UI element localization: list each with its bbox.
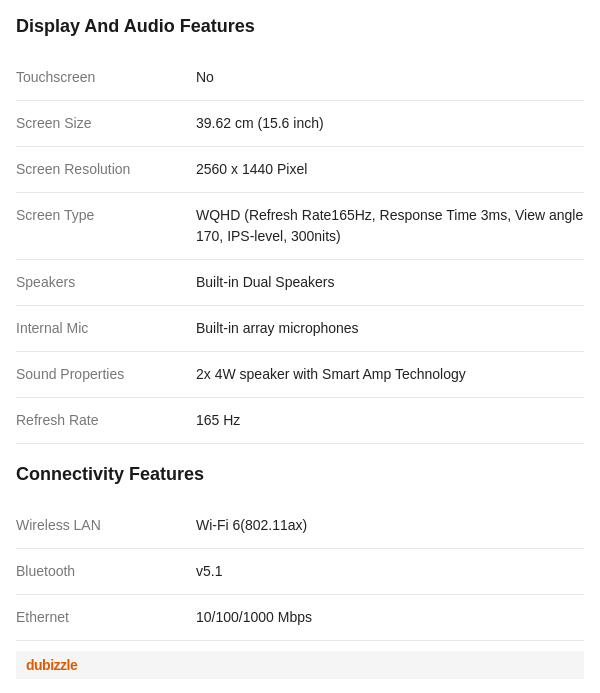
section-title-display-audio: Display And Audio Features bbox=[16, 16, 584, 43]
spec-table-connectivity: Wireless LANWi-Fi 6(802.11ax)Bluetoothv5… bbox=[16, 503, 584, 641]
watermark-bar: dubizzle bbox=[16, 651, 584, 679]
spec-value: Wi-Fi 6(802.11ax) bbox=[196, 515, 584, 536]
spec-row: Refresh Rate165 Hz bbox=[16, 398, 584, 444]
spec-label: Refresh Rate bbox=[16, 410, 196, 431]
spec-row: Sound Properties2x 4W speaker with Smart… bbox=[16, 352, 584, 398]
spec-label: Internal Mic bbox=[16, 318, 196, 339]
page-container: Display And Audio FeaturesTouchscreenNoS… bbox=[0, 0, 600, 693]
spec-row: Screen Resolution2560 x 1440 Pixel bbox=[16, 147, 584, 193]
spec-row: Internal MicBuilt-in array microphones bbox=[16, 306, 584, 352]
spec-row: Bluetoothv5.1 bbox=[16, 549, 584, 595]
spec-label: Ethernet bbox=[16, 607, 196, 628]
spec-label: Sound Properties bbox=[16, 364, 196, 385]
spec-value: 2x 4W speaker with Smart Amp Technology bbox=[196, 364, 584, 385]
spec-value: WQHD (Refresh Rate165Hz, Response Time 3… bbox=[196, 205, 584, 247]
spec-value: Built-in Dual Speakers bbox=[196, 272, 584, 293]
dubizzle-logo: dubizzle bbox=[26, 657, 77, 673]
spec-row: Ethernet10/100/1000 Mbps bbox=[16, 595, 584, 641]
spec-label: Speakers bbox=[16, 272, 196, 293]
spec-row: Wireless LANWi-Fi 6(802.11ax) bbox=[16, 503, 584, 549]
spec-value: v5.1 bbox=[196, 561, 584, 582]
spec-row: Screen Size39.62 cm (15.6 inch) bbox=[16, 101, 584, 147]
section-title-connectivity: Connectivity Features bbox=[16, 464, 584, 491]
spec-label: Bluetooth bbox=[16, 561, 196, 582]
spec-value: 165 Hz bbox=[196, 410, 584, 431]
spec-row: TouchscreenNo bbox=[16, 55, 584, 101]
spec-row: Screen TypeWQHD (Refresh Rate165Hz, Resp… bbox=[16, 193, 584, 260]
spec-label: Screen Size bbox=[16, 113, 196, 134]
spec-value: 39.62 cm (15.6 inch) bbox=[196, 113, 584, 134]
spec-label: Screen Type bbox=[16, 205, 196, 226]
spec-label: Touchscreen bbox=[16, 67, 196, 88]
spec-row: SpeakersBuilt-in Dual Speakers bbox=[16, 260, 584, 306]
spec-label: Screen Resolution bbox=[16, 159, 196, 180]
spec-value: 2560 x 1440 Pixel bbox=[196, 159, 584, 180]
spec-value: 10/100/1000 Mbps bbox=[196, 607, 584, 628]
spec-label: Wireless LAN bbox=[16, 515, 196, 536]
spec-table-display-audio: TouchscreenNoScreen Size39.62 cm (15.6 i… bbox=[16, 55, 584, 444]
spec-value: No bbox=[196, 67, 584, 88]
spec-value: Built-in array microphones bbox=[196, 318, 584, 339]
